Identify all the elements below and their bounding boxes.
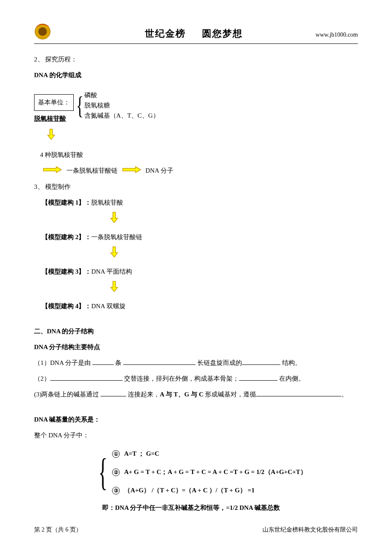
header-url: www.jb1000.com [316,32,358,38]
q2-part-b: 交替连接，排列在外侧，构成基本骨架； [123,375,239,382]
equation-block: { ①A=T ； G=C ②A+ G = T + C；A + G = T + C… [94,447,358,497]
header-title: 世纪金榜 圆您梦想 [145,27,243,40]
blank-input[interactable] [92,358,114,365]
whole-dna-text: 整个 DNA 分子中： [34,428,358,442]
question-2: （2） 交替连接，排列在外侧，构成基本骨架； 在内侧。 [34,372,358,386]
svg-point-1 [38,27,47,36]
blank-input[interactable] [123,358,196,365]
q3-part-c: A 与 T、G 与 C [160,391,204,398]
dna-comp-cn: 的化学组成 [49,72,81,78]
build3-label: 【模型建构 3】： [42,268,91,275]
q3-part-e: 。 [341,391,348,398]
blank-input[interactable] [242,358,280,365]
arrow-down-icon [47,128,358,145]
eq2-text: A+ G = T + C；A + G = T + C = A + C =T + … [124,468,306,475]
model-build-1: 【模型建构 1】：脱氧核苷酸 [42,196,358,210]
arrow-down-icon [110,246,358,263]
equation-1: ①A=T ； G=C [112,447,306,461]
footer-company: 山东世纪金榜科教文化股份有限公司 [262,526,358,534]
blank-input[interactable] [256,390,341,396]
question-1: （1）DNA 分子是由 条 长链盘旋而成的 结构。 [34,356,358,370]
brand-logo [34,23,51,40]
model-build-4: 【模型建构 4】：DNA 双螺旋 [42,299,358,313]
equation-3: ③（A+G） /（T + C）=（A + C ）/（T + G） =1 [112,483,306,497]
q2-part-c: 在内侧。 [277,375,305,382]
deoxyribonucleotide-label: 脱氧核苷酸 [34,112,66,126]
dna-molecule-text: DNA 分子 [145,167,173,174]
build1-value: 脱氧核苷酸 [91,199,123,206]
build2-label: 【模型建构 2】： [42,234,91,240]
arrow-down-icon [110,211,358,228]
build2-value: 一条脱氧核苷酸链 [91,234,142,240]
page-header: 世纪金榜 圆您梦想 www.jb1000.com [34,26,358,44]
left-brace-icon: { [98,455,108,489]
one-chain-text: 一条脱氧核苷酸链 [66,167,118,174]
model-build-3: 【模型建构 3】：DNA 平面结构 [42,265,358,279]
circled-number-icon: ① [112,450,120,458]
line-exploration: 2、 探究历程： [34,52,358,66]
page-footer: 第 2 页（共 6 页） 山东世纪金榜科教文化股份有限公司 [34,526,358,534]
brace-item-bases: 含氮碱基（A、T、C、G） [84,110,159,121]
brace-item-phosphate: 磷酸 [84,90,159,100]
four-nucleotides: 4 种脱氧核苷酸 [40,148,358,162]
left-brace-icon: { [76,92,84,118]
q3-part-a: (3)两条链上的碱基通过 [34,391,101,398]
blank-input[interactable] [50,374,123,381]
section-2-subtitle: DNA 分子结构主要特点 [34,340,358,354]
dna-text: DNA [34,72,48,78]
base-relation-title: DNA 碱基量的关系是： [34,413,358,427]
circled-number-icon: ③ [112,487,120,494]
build1-label: 【模型建构 1】： [42,199,91,206]
model-build-2: 【模型建构 2】：一条脱氧核苷酸链 [42,230,358,244]
arrow-right-icon [122,164,141,178]
equation-note: 即：DNA 分子中任一非互补碱基之和恒等，=1/2 DNA 碱基总数 [102,501,358,515]
build3-value: DNA 平面结构 [91,268,132,275]
blank-input[interactable] [101,390,126,396]
q2-part-a: （2） [34,375,50,382]
dna-composition-title: DNA 的化学组成 [34,68,358,82]
arrow-right-icon [43,164,62,178]
equation-2: ②A+ G = T + C；A + G = T + C = A + C =T +… [112,465,306,479]
footer-page-number: 第 2 页（共 6 页） [34,526,82,534]
q3-part-d: 形成碱基对，遵循 [204,391,257,398]
page: 世纪金榜 圆您梦想 www.jb1000.com 2、 探究历程： DNA 的化… [0,0,392,555]
model-making-title: 3、 模型制作 [34,180,358,194]
eq3-text: （A+G） /（T + C）=（A + C ）/（T + G） =1 [124,487,254,494]
circled-number-icon: ② [112,468,120,476]
basic-unit-box: 基本单位： [34,94,74,111]
q1-part-b: 条 [114,359,124,366]
q1-part-c: 长链盘旋而成的 [196,359,242,366]
q3-part-b: 连接起来， [126,391,160,398]
build4-label: 【模型建构 4】： [42,303,91,309]
eq1-text: A=T ； G=C [124,450,159,457]
brace-item-deoxyribose: 脱氧核糖 [84,100,159,110]
brace-items: 磷酸 脱氧核糖 含氮碱基（A、T、C、G） [84,90,159,121]
question-3: (3)两条链上的碱基通过 连接起来，A 与 T、G 与 C 形成碱基对，遵循。 [34,387,358,402]
blank-input[interactable] [239,374,277,381]
section-2-title: 二、DNA 的分子结构 [34,324,358,338]
document-body: 2、 探究历程： DNA 的化学组成 基本单位： 脱氧核苷酸 { 磷酸 脱氧核糖… [34,52,358,515]
build4-value: DNA 双螺旋 [91,303,125,309]
q1-part-a: （1）DNA 分子是由 [34,359,92,366]
q1-part-d: 结构。 [280,359,301,366]
arrow-down-icon [110,280,358,298]
basic-unit-group: 基本单位： 脱氧核苷酸 { 磷酸 脱氧核糖 含氮碱基（A、T、C、G） [34,85,358,126]
